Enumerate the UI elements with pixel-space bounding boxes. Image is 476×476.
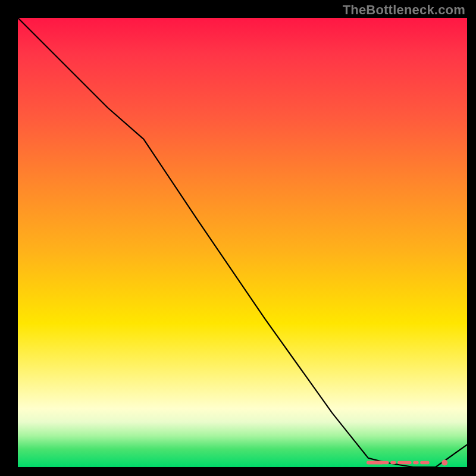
chart-frame: TheBottleneck.com [0,0,476,476]
chart-svg [18,18,467,467]
bottleneck-curve [18,18,467,467]
plot-area [18,18,467,467]
optimal-range-end-dot [441,460,447,466]
watermark-label: TheBottleneck.com [343,2,465,18]
